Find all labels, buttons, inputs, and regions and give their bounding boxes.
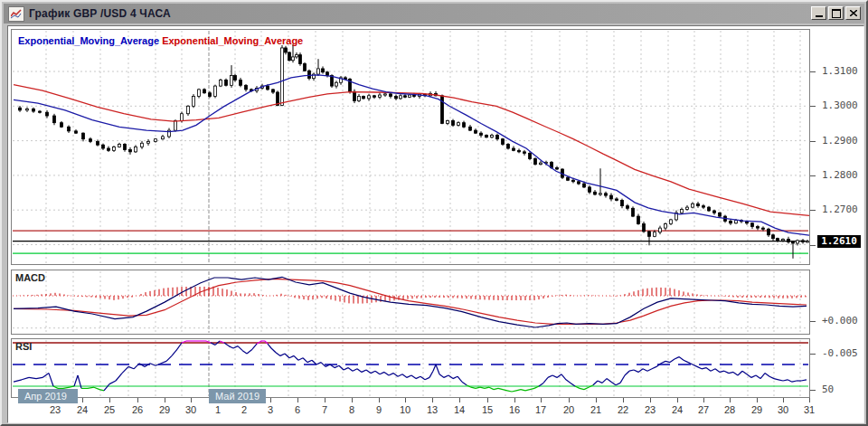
date-axis: 2324252629301236789101314151617202122232…	[8, 392, 863, 421]
date-label: 30	[179, 404, 203, 415]
rsi-levels	[13, 343, 808, 386]
date-tick-mark	[569, 398, 570, 402]
price-tick-label: 1.3100	[822, 65, 858, 77]
date-tick-mark	[514, 398, 515, 402]
date-label: 23	[638, 404, 662, 415]
ema-fast-legend-label: Exponential_Moving_Average	[18, 35, 159, 46]
window-controls	[811, 6, 861, 20]
date-tick-mark	[541, 398, 542, 402]
price-tick-label: 1.2900	[822, 135, 858, 147]
minimize-button[interactable]	[811, 6, 826, 20]
date-label: 25	[98, 404, 121, 415]
ema-slow-legend-label: Exponential_Moving_Average	[162, 35, 303, 46]
date-label: 7	[313, 404, 336, 415]
app-window: График GBP /USD 4 ЧАСА Exponential_Movin…	[0, 0, 868, 426]
date-label: 6	[286, 404, 309, 415]
date-label: 31	[797, 404, 821, 415]
date-tick-mark	[137, 398, 138, 402]
date-label: 23	[43, 404, 67, 415]
price-tick-label: 1.2700	[822, 204, 858, 215]
macd-tick-label: +0.000	[822, 315, 858, 327]
indicator-legend: Exponential_Moving_Average Exponential_M…	[18, 35, 303, 46]
chart-icon-glyph	[11, 9, 22, 19]
title-bar[interactable]: График GBP /USD 4 ЧАСА	[4, 4, 864, 24]
date-tick-mark	[487, 398, 488, 402]
date-tick-mark	[730, 398, 731, 402]
date-label: 28	[718, 404, 741, 415]
macd-chart[interactable]	[12, 270, 809, 334]
maximize-button[interactable]	[828, 6, 844, 20]
date-tick-mark	[809, 398, 810, 402]
date-tick-mark	[165, 398, 165, 402]
date-label: 1	[206, 404, 230, 415]
date-label: 30	[771, 404, 795, 415]
date-label: 3	[259, 404, 282, 415]
date-label: 10	[393, 404, 417, 415]
date-tick-mark	[191, 398, 192, 402]
date-tick-mark	[757, 398, 758, 402]
chart-client-area: Exponential_Moving_Average Exponential_M…	[7, 25, 864, 423]
chart-icon[interactable]	[8, 6, 24, 22]
date-label: 21	[584, 404, 608, 415]
macd-tick-mark	[810, 354, 816, 355]
month-badge: Апр 2019	[18, 389, 78, 403]
date-label: 24	[665, 404, 689, 415]
date-tick-mark	[297, 398, 298, 402]
ema-fast-line	[14, 75, 809, 235]
macd-tick-mark	[810, 321, 816, 322]
date-label: 22	[611, 404, 635, 415]
date-tick-mark	[325, 398, 326, 402]
date-label: 14	[448, 404, 471, 415]
date-tick-mark	[783, 398, 784, 402]
date-tick-mark	[379, 398, 380, 402]
date-tick-mark	[270, 398, 271, 402]
price-tick-label: 1.3000	[822, 99, 858, 111]
candlestick-layer	[19, 44, 809, 259]
candlestick-chart[interactable]	[12, 30, 809, 264]
price-chart-panel[interactable]: Exponential_Moving_Average Exponential_M…	[11, 29, 810, 265]
date-tick-mark	[650, 398, 651, 402]
rsi-tick-mark	[810, 390, 816, 391]
minimize-icon	[816, 15, 823, 17]
date-label: 8	[340, 404, 363, 415]
price-tick-mark	[810, 106, 816, 107]
month-badge: Май 2019	[209, 389, 266, 403]
rsi-chart[interactable]	[12, 339, 809, 397]
price-tick-mark	[810, 71, 816, 72]
date-label: 29	[153, 404, 176, 415]
date-tick-mark	[677, 398, 678, 402]
price-tick-mark	[810, 245, 816, 246]
close-button[interactable]	[845, 6, 861, 20]
window-title: График GBP /USD 4 ЧАСА	[29, 7, 171, 20]
date-tick-mark	[352, 398, 353, 402]
macd-tick-label: -0.005	[822, 347, 858, 359]
date-label: 15	[476, 404, 499, 415]
date-tick-mark	[623, 398, 624, 402]
date-label: 9	[367, 404, 391, 415]
date-label: 29	[745, 404, 769, 415]
date-tick-mark	[82, 398, 83, 402]
maximize-icon	[832, 9, 841, 18]
date-tick-mark	[405, 398, 406, 402]
support-resistance-lines	[13, 231, 808, 253]
gridlines	[46, 340, 800, 396]
date-label: 17	[529, 404, 552, 415]
price-tick-mark	[810, 141, 816, 142]
gridlines	[46, 31, 800, 263]
price-tick-label: 1.2800	[822, 169, 858, 181]
date-label: 2	[232, 404, 256, 415]
price-tick-mark	[810, 175, 816, 176]
macd-label: MACD	[15, 272, 45, 283]
date-tick-mark	[459, 398, 460, 402]
date-tick-mark	[109, 398, 110, 402]
date-label: 16	[503, 404, 526, 415]
date-label: 24	[71, 404, 94, 415]
price-tick-mark	[810, 210, 816, 211]
date-label: 27	[692, 404, 715, 415]
rsi-line	[14, 341, 807, 392]
ema-slow-line	[14, 85, 809, 216]
current-price-box: 1.2610	[817, 235, 861, 248]
rsi-panel[interactable]: RSI	[11, 338, 810, 398]
date-tick-mark	[596, 398, 597, 402]
macd-panel[interactable]: MACD	[11, 270, 810, 335]
